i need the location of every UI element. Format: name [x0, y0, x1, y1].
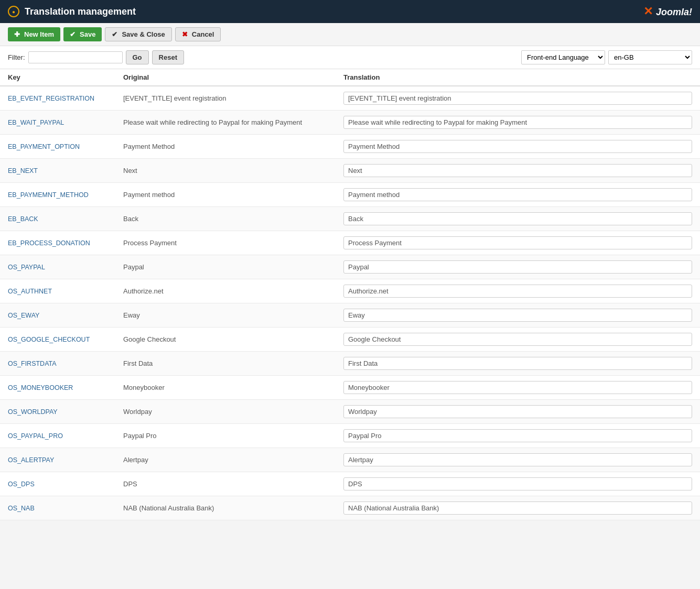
translation-input[interactable] — [343, 285, 692, 298]
table-row: EB_PROCESS_DONATION Process Payment — [0, 231, 700, 255]
translation-cell — [343, 140, 692, 153]
original-cell: [EVENT_TITLE] event registration — [123, 94, 343, 102]
original-cell: NAB (National Australia Bank) — [123, 504, 343, 512]
table-header: Key Original Translation — [0, 69, 700, 86]
save-close-button[interactable]: Save & Close — [105, 27, 171, 41]
key-cell: EB_BACK — [8, 215, 123, 223]
translation-input[interactable] — [343, 212, 692, 225]
table-row: EB_EVENT_REGISTRATION [EVENT_TITLE] even… — [0, 86, 700, 111]
translation-input[interactable] — [343, 164, 692, 177]
translation-input[interactable] — [343, 92, 692, 105]
translation-input[interactable] — [343, 140, 692, 153]
key-cell: OS_DPS — [8, 481, 123, 488]
original-cell: Paypal — [123, 263, 343, 271]
table-row: OS_ALERTPAY Alertpay — [0, 448, 700, 472]
original-cell: First Data — [123, 359, 343, 367]
key-cell: EB_PROCESS_DONATION — [8, 239, 123, 247]
translation-cell — [343, 453, 692, 466]
key-cell: EB_EVENT_REGISTRATION — [8, 95, 123, 102]
translation-input[interactable] — [343, 260, 692, 274]
key-cell: EB_PAYMEMNT_METHOD — [8, 191, 123, 199]
col-original-header: Original — [123, 73, 343, 81]
translation-cell — [343, 164, 692, 177]
plus-icon — [14, 30, 21, 38]
table-body: EB_EVENT_REGISTRATION [EVENT_TITLE] even… — [0, 86, 700, 520]
app-icon — [8, 6, 19, 17]
original-cell: Google Checkout — [123, 335, 343, 343]
key-cell: OS_PAYPAL — [8, 264, 123, 271]
saveclose-icon — [112, 30, 119, 38]
translation-input[interactable] — [343, 453, 692, 466]
table-row: EB_PAYMEMNT_METHOD Payment method — [0, 183, 700, 207]
translation-input[interactable] — [343, 429, 692, 442]
translation-cell — [343, 92, 692, 105]
key-cell: OS_MONEYBOOKER — [8, 384, 123, 391]
table-row: EB_NEXT Next — [0, 159, 700, 183]
original-cell: Please wait while redirecting to Paypal … — [123, 118, 343, 126]
translation-cell — [343, 333, 692, 346]
filter-bar: Filter: Go Reset Front-end Language en-G… — [0, 46, 700, 69]
translation-input[interactable] — [343, 116, 692, 129]
translation-cell — [343, 309, 692, 322]
save-icon — [70, 30, 77, 38]
new-item-button[interactable]: New Item — [8, 27, 60, 41]
filter-label: Filter: — [8, 53, 25, 61]
main-content: Key Original Translation EB_EVENT_REGIST… — [0, 69, 700, 520]
table-row: EB_BACK Back — [0, 207, 700, 231]
translation-input[interactable] — [343, 188, 692, 201]
translation-input[interactable] — [343, 236, 692, 249]
original-cell: Eway — [123, 311, 343, 319]
key-cell: EB_WAIT_PAYPAL — [8, 119, 123, 126]
translation-cell — [343, 405, 692, 418]
translation-cell — [343, 236, 692, 249]
table-row: EB_PAYMENT_OPTION Payment Method — [0, 135, 700, 159]
filter-input[interactable] — [28, 51, 123, 63]
original-cell: Next — [123, 167, 343, 174]
translation-cell — [343, 477, 692, 490]
original-cell: Authorize.net — [123, 287, 343, 295]
translation-cell — [343, 429, 692, 442]
translation-input[interactable] — [343, 477, 692, 490]
original-cell: Process Payment — [123, 239, 343, 247]
translation-input[interactable] — [343, 309, 692, 322]
go-button[interactable]: Go — [126, 50, 149, 64]
key-cell: OS_ALERTPAY — [8, 456, 123, 464]
key-cell: OS_GOOGLE_CHECKOUT — [8, 336, 123, 343]
original-cell: Back — [123, 215, 343, 223]
cancel-button[interactable]: Cancel — [175, 27, 221, 41]
original-cell: Payment method — [123, 191, 343, 199]
language-select[interactable]: Front-end Language — [521, 50, 605, 64]
joomla-logo: ✕ Joomla! — [643, 5, 692, 18]
table-row: OS_PAYPAL_PRO Paypal Pro — [0, 424, 700, 448]
table-row: OS_FIRSTDATA First Data — [0, 352, 700, 376]
cancel-icon — [182, 30, 189, 38]
original-cell: Alertpay — [123, 456, 343, 464]
translation-cell — [343, 381, 692, 394]
translation-input[interactable] — [343, 381, 692, 394]
original-cell: Worldpay — [123, 408, 343, 416]
table-row: OS_DPS DPS — [0, 472, 700, 496]
translation-input[interactable] — [343, 405, 692, 418]
table-row: OS_EWAY Eway — [0, 303, 700, 328]
col-key-header: Key — [8, 73, 123, 81]
reset-button[interactable]: Reset — [152, 50, 184, 64]
translation-input[interactable] — [343, 501, 692, 515]
original-cell: Moneybooker — [123, 384, 343, 391]
col-translation-header: Translation — [343, 73, 692, 81]
table-row: OS_NAB NAB (National Australia Bank) — [0, 496, 700, 520]
key-cell: OS_NAB — [8, 505, 123, 512]
translation-cell — [343, 285, 692, 298]
translation-input[interactable] — [343, 357, 692, 370]
table-row: EB_WAIT_PAYPAL Please wait while redirec… — [0, 111, 700, 135]
original-cell: Payment Method — [123, 143, 343, 150]
key-cell: EB_NEXT — [8, 167, 123, 174]
locale-select[interactable]: en-GB — [608, 50, 692, 64]
save-button[interactable]: Save — [63, 27, 102, 41]
translation-input[interactable] — [343, 333, 692, 346]
translation-cell — [343, 188, 692, 201]
original-cell: DPS — [123, 480, 343, 488]
toolbar: New Item Save Save & Close Cancel — [0, 23, 700, 46]
key-cell: OS_PAYPAL_PRO — [8, 432, 123, 440]
translation-cell — [343, 260, 692, 274]
key-cell: OS_AUTHNET — [8, 288, 123, 295]
